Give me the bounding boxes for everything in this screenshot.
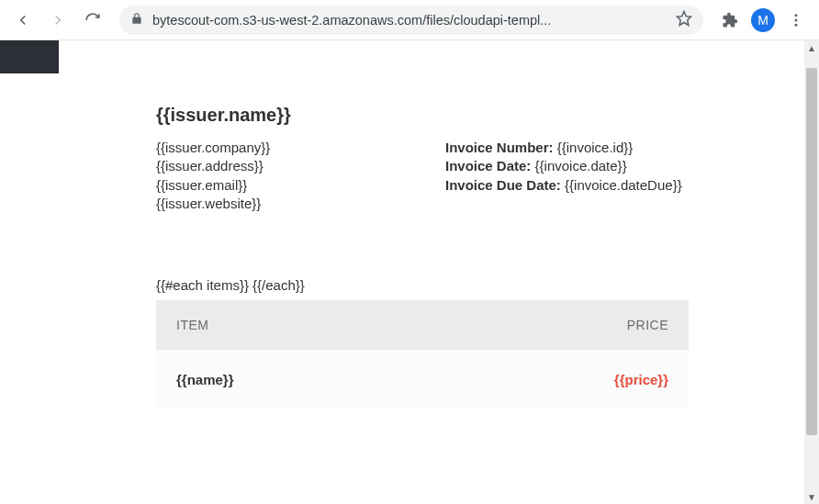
invoice-number-row: Invoice Number: {{invoice.id}} [445, 139, 682, 157]
issuer-name-heading: {{issuer.name}} [156, 105, 689, 126]
issuer-address: {{issuer.address}} [156, 157, 390, 175]
scrollbar-thumb[interactable] [806, 68, 817, 435]
profile-avatar[interactable]: M [751, 8, 775, 32]
svg-marker-0 [678, 12, 691, 26]
lock-icon [130, 12, 143, 28]
forward-button[interactable] [44, 6, 72, 34]
col-item-label: ITEM [176, 318, 208, 332]
issuer-email: {{issuer.email}} [156, 176, 390, 195]
address-bar[interactable]: bytescout-com.s3-us-west-2.amazonaws.com… [119, 6, 703, 35]
col-price-label: PRICE [627, 318, 668, 332]
scrollbar-track[interactable]: ▲ ▼ [804, 40, 819, 504]
issuer-block: {{issuer.company}} {{issuer.address}} {{… [156, 139, 390, 213]
reload-button[interactable] [79, 6, 107, 34]
issuer-company: {{issuer.company}} [156, 139, 390, 157]
invoice-date-row: Invoice Date: {{invoice.date}} [445, 157, 682, 175]
invoice-date-label: Invoice Date: [445, 158, 531, 174]
page-viewport: {{issuer.name}} {{issuer.company}} {{iss… [0, 40, 819, 504]
svg-point-3 [795, 23, 798, 26]
invoice-date-value: {{invoice.date}} [535, 158, 627, 174]
kebab-icon [788, 12, 804, 28]
avatar-letter: M [757, 13, 769, 28]
invoice-number-label: Invoice Number: [445, 140, 554, 155]
extensions-icon [722, 12, 738, 28]
extensions-button[interactable] [716, 6, 744, 34]
forward-icon [50, 12, 66, 28]
scroll-down-icon[interactable]: ▼ [804, 489, 819, 504]
url-text: bytescout-com.s3-us-west-2.amazonaws.com… [152, 13, 667, 28]
svg-point-1 [795, 14, 798, 17]
reload-icon [84, 12, 101, 28]
menu-button[interactable] [782, 6, 810, 34]
row-item-name: {{name}} [176, 372, 234, 387]
issuer-website: {{issuer.website}} [156, 195, 390, 213]
items-table-row: {{name}} {{price}} [156, 350, 689, 409]
invoice-due-value: {{invoice.dateDue}} [565, 177, 682, 193]
invoice-meta: Invoice Number: {{invoice.id}} Invoice D… [445, 139, 682, 213]
invoice-template: {{issuer.name}} {{issuer.company}} {{iss… [156, 105, 689, 409]
browser-toolbar: bytescout-com.s3-us-west-2.amazonaws.com… [0, 0, 819, 40]
each-helper-line: {{#each items}} {{/each}} [156, 277, 689, 293]
back-button[interactable] [9, 6, 37, 34]
svg-point-2 [795, 18, 798, 21]
invoice-due-label: Invoice Due Date: [445, 177, 561, 193]
invoice-number-value: {{invoice.id}} [557, 140, 634, 155]
items-table-header: ITEM PRICE [156, 300, 689, 350]
scroll-up-icon[interactable]: ▲ [804, 40, 819, 55]
invoice-due-row: Invoice Due Date: {{invoice.dateDue}} [445, 176, 682, 195]
row-item-price: {{price}} [614, 372, 668, 387]
star-icon[interactable] [676, 10, 692, 29]
back-icon [15, 12, 31, 28]
header-columns: {{issuer.company}} {{issuer.address}} {{… [156, 139, 689, 213]
dark-corner-box [0, 40, 59, 73]
